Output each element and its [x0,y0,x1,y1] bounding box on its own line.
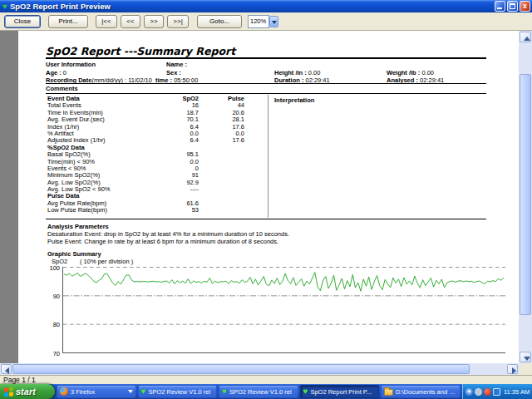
arrow-right-icon [512,367,516,374]
chart-canvas [62,267,505,353]
firefox-icon [60,387,68,396]
divider [46,83,486,84]
table-cell [199,200,244,207]
table-cell [199,180,244,186]
taskbar-item-label: SPO2 Review V1.0 rel [148,388,214,396]
analysis-parameters-heading: Analysis Parameters [47,223,109,230]
print-button[interactable]: Print... [48,15,88,28]
taskbar-item[interactable]: ♥SpO2 Report Print P... [300,385,380,398]
taskbar-item[interactable]: ♥SPO2 Review V1.0 rel [138,385,218,398]
scroll-down-button[interactable] [520,352,531,362]
name-field: Name : [166,61,187,68]
table-cell: ---- [153,186,199,193]
table-cell [199,207,244,214]
table-cell: 0.0 [153,159,199,165]
scrollbar-corner [519,363,532,375]
windows-flag-icon [4,387,13,397]
taskbar-buttons: 3 Firefox♥SPO2 Review V1.0 rel♥SPO2 Revi… [55,384,462,399]
divider [46,219,486,219]
arrow-down-icon [524,357,530,361]
vertical-scrollbar[interactable] [519,31,532,363]
hide-icons-chevron-icon[interactable] [466,388,473,396]
age-field: Age : 0 [46,69,66,76]
table-row: Low Pulse Rate(bpm)53 [47,207,244,214]
window-titlebar: ♥ SpO2 Report Print Preview x [0,0,532,12]
close-button[interactable]: Close [4,15,41,28]
windows-taskbar: start 3 Firefox♥SPO2 Review V1.0 rel♥SPO… [0,384,532,399]
y-axis-tick-label: 100 [46,264,60,272]
zoom-select[interactable]: 120% [248,15,269,28]
maximize-button[interactable] [507,1,518,12]
horizontal-scroll-thumb[interactable] [12,364,470,374]
window-title: SpO2 Report Print Preview [10,2,495,11]
minimize-button[interactable] [495,1,505,12]
height-field: Height /in : 0.00 [274,69,320,76]
horizontal-scrollbar[interactable] [0,363,519,375]
taskbar-item[interactable]: ♥SPO2 Review V1.0 rel [219,385,298,398]
page-indicator: Page 1 / 1 [3,376,36,384]
chart-scale-note: ( 10% per division ) [80,258,133,265]
security-alert-icon[interactable] [484,388,491,396]
y-axis-tick-label: 90 [46,293,60,300]
close-window-button[interactable]: x [520,1,530,12]
folder-icon [384,389,393,396]
table-cell: Low Pulse Rate(bpm) [47,207,153,214]
zoom-dropdown-button[interactable] [269,16,278,27]
taskbar-item-label: 3 Firefox [71,388,126,396]
heart-icon: ♥ [141,387,146,396]
section-divider-vertical [268,95,268,218]
close-icon: x [520,2,530,11]
graphic-summary-heading: Graphic Summary [47,250,101,258]
status-bar: Page 1 / 1 [0,375,532,384]
preview-area: SpO2 Report ---Summary Report User Infor… [0,31,519,363]
vertical-scroll-thumb[interactable] [520,74,531,315]
taskbar-item-label: SPO2 Review V1.0 rel [229,388,295,396]
print-preview-toolbar: Close Print... |<< << >> >>| Goto... 120… [0,12,532,31]
prev-page-button[interactable]: << [121,15,140,28]
network-icon[interactable] [493,388,500,396]
table-row: Index (1/hr)6.417.6 [47,124,244,131]
zoom-value: 120% [249,17,268,25]
start-button-label: start [16,387,36,397]
user-information-heading: User Information [46,61,96,68]
title-underline [46,57,486,59]
taskbar-item-label: D:\Documents and S... [396,388,457,396]
next-page-button[interactable]: >> [144,15,164,28]
event-table-rows: Total Events1644Time In Events(min)18.72… [47,102,244,214]
table-cell: 17.6 [199,137,244,144]
last-page-button[interactable]: >>| [167,15,189,28]
sex-field: Sex : [166,69,181,76]
scroll-left-button[interactable] [1,364,12,374]
first-page-button[interactable]: |<< [96,15,117,28]
pulse-event-rule: Pulse Event: Change in rate by at least … [47,238,278,245]
weight-field: Weight /lb : 0.00 [387,69,434,76]
taskbar-item-label: SpO2 Report Print P... [310,388,376,396]
table-cell [199,186,244,193]
scroll-up-button[interactable] [520,32,531,42]
messenger-icon[interactable] [475,388,482,396]
spo2-trend-chart [62,267,505,353]
arrow-left-icon [5,367,9,374]
start-button[interactable]: start [0,384,55,399]
clock: 11:35 AM [504,388,530,396]
group-chevron-icon [128,390,133,393]
table-cell [199,193,244,200]
comments-heading: Comments [46,85,78,92]
taskbar-item[interactable]: 3 Firefox [57,385,136,398]
arrow-up-icon [524,37,530,41]
table-cell [199,159,244,165]
table-cell [199,145,244,151]
goto-button[interactable]: Goto... [197,15,242,28]
table-cell [199,151,244,158]
interpretation-heading: Interpretation [274,96,314,104]
scroll-right-button[interactable] [507,364,518,374]
table-cell [199,172,244,179]
taskbar-item[interactable]: D:\Documents and S... [381,385,461,398]
system-tray: 11:35 AM [462,384,532,399]
heart-icon: ♥ [222,387,227,396]
table-cell [199,165,244,172]
y-axis-tick-label: 80 [46,321,60,328]
application-window: ♥ SpO2 Report Print Preview x Close Prin… [0,0,532,399]
table-cell: 6.4 [153,137,199,144]
maximize-icon [510,3,515,9]
